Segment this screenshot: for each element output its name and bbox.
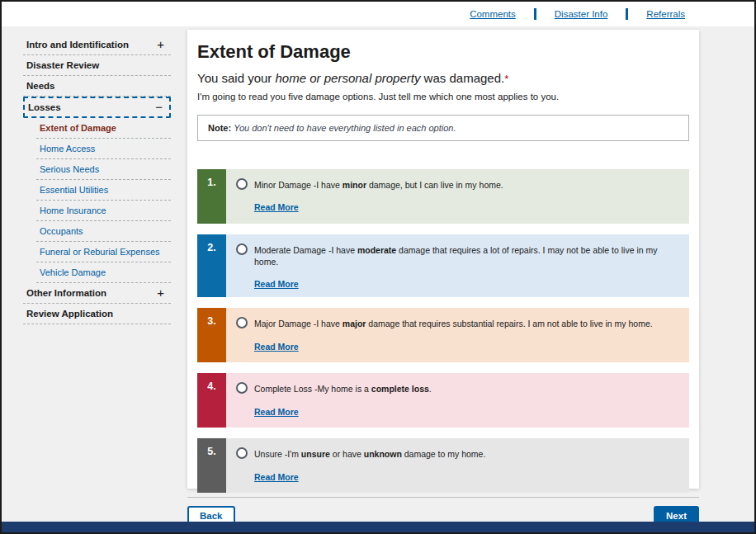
divider	[626, 8, 628, 20]
sidebar-item-label: Review Application	[26, 309, 113, 319]
damage-option-row: 5. Unsure -I'm unsure or have unknown da…	[197, 438, 689, 493]
link-comments[interactable]: Comments	[470, 9, 516, 19]
divider	[534, 8, 536, 20]
link-referrals[interactable]: Referrals	[646, 9, 685, 19]
sidebar-item-serious-needs[interactable]: Serious Needs	[36, 159, 171, 180]
next-button[interactable]: Next	[654, 506, 699, 522]
radio-button[interactable]	[236, 317, 248, 328]
option-body: Minor Damage -I have minor damage, but I…	[226, 169, 689, 224]
instruction-text: I'm going to read you five damage option…	[197, 92, 689, 102]
sidebar-item-label: Home Access	[40, 144, 95, 154]
sidebar-item-needs[interactable]: Needs	[23, 76, 171, 97]
note-label: Note:	[208, 123, 231, 133]
sidebar-item-other-information[interactable]: Other Information	[23, 283, 171, 304]
read-more-link[interactable]: Read More	[254, 279, 299, 289]
bottom-bar	[2, 522, 754, 532]
option-radio-label[interactable]: Major Damage -I have major damage that r…	[236, 318, 683, 329]
sidebar-item-extent-of-damage[interactable]: Extent of Damage	[36, 118, 171, 139]
option-text: Complete Loss -My home is a complete los…	[254, 383, 432, 395]
option-radio-label[interactable]: Minor Damage -I have minor damage, but I…	[236, 179, 683, 191]
option-radio-label[interactable]: Moderate Damage -I have moderate damage …	[236, 244, 683, 267]
read-more-link[interactable]: Read More	[254, 407, 299, 417]
form-card: Extent of Damage You said your home or p…	[187, 30, 699, 489]
sidebar-item-review-application[interactable]: Review Application	[23, 304, 171, 324]
option-text: Moderate Damage -I have moderate damage …	[254, 244, 683, 267]
option-text: Unsure -I'm unsure or have unknown damag…	[254, 448, 485, 460]
sidebar-item-label: Funeral or Reburial Expenses	[40, 247, 160, 257]
sidebar-item-label: Other Information	[26, 288, 106, 298]
question-italic: home or personal property	[276, 71, 421, 85]
question-text: You said your home or personal property …	[197, 71, 689, 85]
option-number: 2.	[197, 234, 226, 297]
sidebar-item-home-insurance[interactable]: Home Insurance	[36, 201, 171, 221]
sidebar-item-funeral-or-reburial-expenses[interactable]: Funeral or Reburial Expenses	[36, 242, 171, 262]
minus-icon[interactable]	[154, 103, 164, 111]
sidebar-item-label: Home Insurance	[40, 206, 106, 215]
radio-button[interactable]	[236, 243, 248, 255]
option-body: Moderate Damage -I have moderate damage …	[226, 234, 689, 297]
note-text: You don't need to have everything listed…	[234, 123, 456, 133]
read-more-link[interactable]: Read More	[254, 202, 299, 212]
note-box: Note: You don't need to have everything …	[197, 115, 689, 141]
damage-option-row: 4. Complete Loss -My home is a complete …	[197, 373, 689, 428]
sidebar-nav: Intro and Identification Disaster Review…	[2, 26, 177, 522]
damage-option-row: 3. Major Damage -I have major damage tha…	[197, 308, 689, 362]
sidebar-item-label: Needs	[26, 81, 55, 91]
sidebar-item-label: Intro and Identification	[26, 40, 129, 50]
read-more-link[interactable]: Read More	[254, 472, 299, 482]
sidebar-item-vehicle-damage[interactable]: Vehicle Damage	[36, 262, 171, 283]
radio-button[interactable]	[236, 178, 248, 190]
app-window: Comments Disaster Info Referrals Intro a…	[0, 0, 756, 534]
option-number: 1.	[197, 169, 226, 224]
sidebar-item-label: Disaster Review	[26, 60, 99, 70]
option-number: 5.	[197, 438, 226, 493]
plus-icon[interactable]	[155, 289, 166, 297]
option-number: 3.	[197, 308, 226, 362]
footer-actions: Back Next	[187, 498, 699, 522]
option-radio-label[interactable]: Complete Loss -My home is a complete los…	[236, 383, 683, 395]
option-body: Unsure -I'm unsure or have unknown damag…	[226, 438, 689, 493]
sidebar-item-losses[interactable]: Losses	[23, 97, 171, 118]
sidebar-item-disaster-review[interactable]: Disaster Review	[23, 55, 171, 76]
required-marker: *	[504, 73, 508, 85]
option-text: Minor Damage -I have minor damage, but I…	[254, 179, 503, 191]
option-body: Major Damage -I have major damage that r…	[226, 308, 689, 362]
sidebar-item-essential-utilities[interactable]: Essential Utilities	[36, 180, 171, 201]
radio-button[interactable]	[236, 382, 248, 394]
option-text: Major Damage -I have major damage that r…	[254, 318, 653, 329]
option-radio-label[interactable]: Unsure -I'm unsure or have unknown damag…	[236, 448, 683, 460]
link-disaster-info[interactable]: Disaster Info	[555, 9, 608, 19]
sidebar-item-label: Essential Utilities	[40, 185, 108, 195]
page-title: Extent of Damage	[197, 41, 689, 63]
top-nav: Comments Disaster Info Referrals	[2, 2, 754, 26]
question-suffix: was damaged.	[420, 71, 504, 85]
sidebar-item-label: Losses	[28, 102, 61, 112]
plus-icon[interactable]	[155, 40, 166, 49]
back-button[interactable]: Back	[187, 506, 235, 522]
damage-option-row: 1. Minor Damage -I have minor damage, bu…	[197, 169, 689, 224]
option-number: 4.	[197, 373, 226, 428]
sidebar-item-intro-and-identification[interactable]: Intro and Identification	[23, 35, 171, 55]
main-column: Extent of Damage You said your home or p…	[177, 26, 754, 522]
sidebar-item-label: Occupants	[40, 226, 83, 236]
sidebar-item-home-access[interactable]: Home Access	[36, 139, 171, 159]
sidebar-item-label: Extent of Damage	[40, 123, 116, 133]
read-more-link[interactable]: Read More	[254, 342, 299, 352]
damage-option-row: 2. Moderate Damage -I have moderate dama…	[197, 234, 689, 297]
option-body: Complete Loss -My home is a complete los…	[226, 373, 689, 428]
sidebar-item-label: Vehicle Damage	[40, 267, 106, 277]
sidebar-item-occupants[interactable]: Occupants	[36, 221, 171, 242]
question-prefix: You said your	[197, 71, 276, 85]
radio-button[interactable]	[236, 447, 248, 459]
sidebar-item-label: Serious Needs	[40, 164, 99, 174]
content-area: Intro and Identification Disaster Review…	[2, 26, 754, 522]
